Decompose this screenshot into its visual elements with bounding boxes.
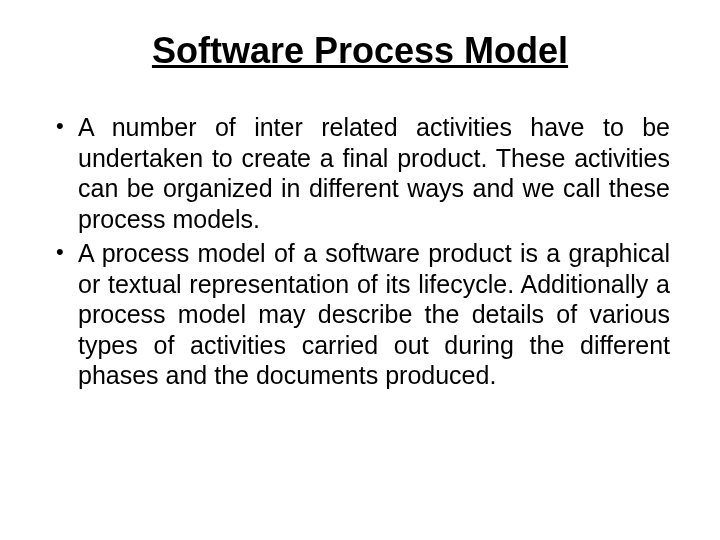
- page-title: Software Process Model: [50, 30, 670, 72]
- list-item: A process model of a software product is…: [50, 238, 670, 391]
- bullet-list: A number of inter related activities hav…: [50, 112, 670, 391]
- list-item: A number of inter related activities hav…: [50, 112, 670, 234]
